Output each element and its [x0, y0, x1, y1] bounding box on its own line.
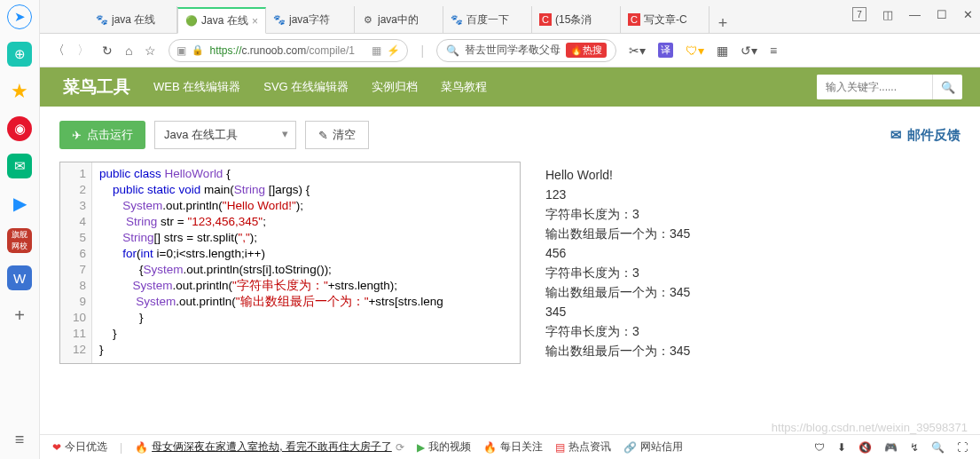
list-icon: ▤: [555, 441, 565, 454]
menu-icon[interactable]: ≡: [770, 44, 777, 58]
minimize-button[interactable]: —: [909, 8, 921, 21]
security-icon[interactable]: 🛡: [814, 441, 825, 454]
tab-1[interactable]: 🟢Java 在线×: [177, 7, 266, 34]
language-select[interactable]: Java 在线工具: [154, 121, 296, 149]
clear-button[interactable]: ✎清空: [305, 121, 369, 149]
hot-news[interactable]: ▤热点资讯: [555, 439, 611, 455]
sidebar-weibo[interactable]: ◉: [7, 116, 32, 141]
close-icon[interactable]: ×: [252, 15, 258, 28]
tab-0[interactable]: 🐾java 在线: [89, 6, 177, 33]
sidebar-video[interactable]: ▶: [7, 191, 32, 216]
scissors-icon[interactable]: ✂▾: [629, 44, 646, 58]
sidebar-doc[interactable]: W: [7, 265, 32, 290]
browser-search[interactable]: 🔍 替去世同学孝敬父母 🔥热搜: [436, 39, 616, 62]
site-search-input[interactable]: [817, 75, 932, 99]
shield-icon: ▣: [176, 44, 186, 57]
link-icon: 🔗: [623, 441, 637, 454]
maximize-button[interactable]: ☐: [937, 8, 947, 21]
sidebar-app-1[interactable]: ⊕: [7, 42, 32, 67]
qr-icon[interactable]: ▦: [372, 44, 381, 57]
home-button[interactable]: ⌂: [125, 44, 132, 58]
expand-icon[interactable]: ⛶: [957, 441, 968, 454]
sidebar-menu[interactable]: ≡: [7, 427, 32, 452]
search-icon: 🔍: [446, 44, 459, 57]
tab-2[interactable]: 🐾java字符: [266, 6, 355, 33]
line-gutter: 123456789101112: [60, 162, 92, 363]
watermark: https://blog.csdn.net/weixin_39598371: [772, 421, 968, 434]
heart-icon: ❤: [52, 441, 61, 454]
net-icon[interactable]: ↯: [910, 441, 919, 454]
tab-count-badge[interactable]: 7: [852, 7, 866, 21]
apps-icon[interactable]: ▦: [717, 44, 728, 58]
star-button[interactable]: ☆: [145, 44, 156, 58]
tab-3[interactable]: ⚙java中的: [355, 6, 443, 33]
game-icon[interactable]: 🎮: [884, 441, 898, 454]
sidebar-mail[interactable]: ✉: [7, 154, 32, 178]
sidebar-add[interactable]: +: [7, 303, 32, 328]
nav-tutorial[interactable]: 菜鸟教程: [441, 79, 487, 95]
today-pick[interactable]: ❤今日优选: [52, 439, 107, 455]
video-icon: ▶: [417, 441, 425, 454]
download-icon[interactable]: ⬇: [837, 441, 846, 454]
new-tab-button[interactable]: +: [710, 14, 736, 33]
sidebar-app-2[interactable]: 旗舰网校: [7, 228, 32, 253]
fire-icon: 🔥: [483, 441, 497, 454]
divider: |: [420, 44, 424, 58]
code-content[interactable]: public class HelloWorld { public static …: [92, 162, 520, 363]
location-icon[interactable]: ➤: [7, 4, 32, 29]
site-trust[interactable]: 🔗网站信用: [623, 439, 683, 455]
back-button[interactable]: 〈: [52, 43, 65, 59]
code-editor[interactable]: 123456789101112 public class HelloWorld …: [59, 162, 521, 364]
hot-search-badge: 🔥热搜: [566, 43, 607, 58]
close-window-button[interactable]: ✕: [963, 8, 973, 21]
tab-4[interactable]: 🐾百度一下: [443, 6, 532, 33]
flash-icon[interactable]: ⚡: [387, 44, 400, 57]
my-video[interactable]: ▶我的视频: [417, 439, 471, 455]
divider: |: [120, 441, 122, 454]
nav-web-editor[interactable]: WEB 在线编辑器: [153, 79, 240, 95]
nav-svg-editor[interactable]: SVG 在线编辑器: [263, 79, 349, 95]
mute-icon[interactable]: 🔇: [858, 441, 872, 454]
tab-5[interactable]: C(15条消: [532, 6, 621, 33]
zoom-icon[interactable]: 🔍: [931, 441, 945, 454]
reload-button[interactable]: ↻: [102, 44, 113, 58]
lock-icon: 🔒: [192, 44, 204, 56]
output-pane: Hello World! 123 字符串长度为：3 输出数组最后一个为：345 …: [538, 162, 960, 364]
wallet-icon[interactable]: 🛡▾: [686, 44, 704, 58]
site-search-button[interactable]: 🔍: [932, 75, 962, 99]
send-icon: ✈: [72, 129, 82, 142]
run-button[interactable]: ✈点击运行: [59, 121, 145, 149]
address-bar[interactable]: ▣ 🔒 https://c.runoob.com/compile/1 ▦ ⚡: [169, 39, 408, 62]
nav-examples[interactable]: 实例归档: [372, 79, 418, 95]
sidebar-star[interactable]: ★: [7, 79, 32, 104]
daily-focus[interactable]: 🔥每日关注: [483, 439, 543, 455]
tab-6[interactable]: C写文章-C: [621, 6, 710, 33]
history-icon[interactable]: ↺▾: [741, 44, 757, 58]
eraser-icon: ✎: [318, 129, 328, 142]
site-logo[interactable]: 菜鸟工具: [63, 75, 130, 99]
news-ticker[interactable]: 🔥母女俩深夜在家遭入室抢劫, 看完不敢再住大房子了 ⟳: [135, 439, 404, 455]
wardrobe-icon[interactable]: ◫: [882, 8, 893, 21]
mail-icon: ✉: [890, 127, 902, 144]
translate-icon[interactable]: 译: [658, 43, 673, 58]
feedback-link[interactable]: ✉邮件反馈: [890, 127, 960, 144]
forward-button[interactable]: 〉: [77, 43, 90, 59]
